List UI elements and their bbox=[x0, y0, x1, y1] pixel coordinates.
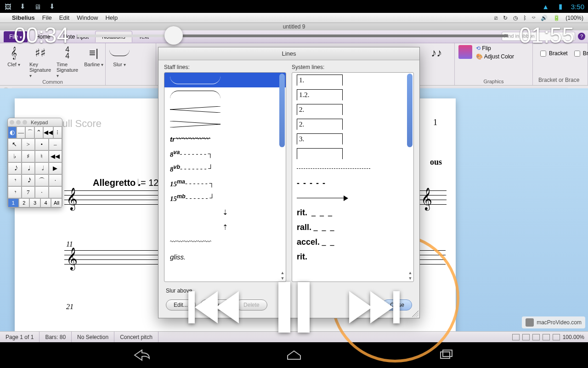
view-mode-icon[interactable] bbox=[512, 334, 520, 340]
kp-btn[interactable]: 7 bbox=[22, 186, 35, 198]
menu-file[interactable]: File bbox=[42, 14, 52, 21]
volume-icon[interactable]: 🔊 bbox=[541, 15, 548, 21]
tab-notations[interactable]: Notations bbox=[95, 31, 132, 42]
graphic-button[interactable] bbox=[458, 45, 472, 60]
kp-btn[interactable]: – bbox=[49, 138, 62, 150]
kp-layout-5[interactable]: ◀◀ bbox=[43, 126, 53, 138]
flip-button[interactable]: ⟲ Flip bbox=[476, 45, 514, 52]
scrollbar-thumb[interactable] bbox=[407, 74, 413, 147]
edit-button[interactable]: Edit... bbox=[166, 299, 196, 310]
battery-icon: ▮ bbox=[556, 2, 565, 11]
android-navbar bbox=[0, 342, 588, 368]
kp-btn[interactable]: > bbox=[22, 138, 35, 150]
scrollbar-thumb[interactable] bbox=[279, 74, 285, 147]
kp-layout-6[interactable]: ⁝ bbox=[53, 126, 62, 138]
scroll-down-icon[interactable]: ▼ bbox=[407, 276, 413, 282]
ribbon-help-icon[interactable]: ? bbox=[578, 33, 585, 40]
view-mode-icon[interactable] bbox=[553, 334, 560, 340]
staff-lines-label: Staff lines: bbox=[164, 64, 286, 70]
view-mode-icon[interactable] bbox=[532, 334, 540, 340]
kp-btn[interactable]: ♮ bbox=[35, 150, 49, 162]
staff-lines-listbox[interactable]: tr〰〰〰〰〰 8va - - - - - - - ┐ 8vb - - - - … bbox=[164, 72, 286, 282]
view-mode-icon[interactable] bbox=[543, 334, 550, 340]
kp-layout-3[interactable]: ⌒ bbox=[25, 126, 34, 138]
group-label-common: Common bbox=[4, 78, 102, 85]
kp-voice-all[interactable]: All bbox=[51, 198, 62, 207]
status-pitch: Concert pitch bbox=[114, 332, 158, 342]
kp-btn[interactable]: · bbox=[49, 174, 62, 186]
svg-line-0 bbox=[170, 106, 220, 109]
bar-number-21: 21 bbox=[66, 303, 74, 311]
tab-note-input[interactable]: Note Input bbox=[57, 31, 95, 42]
kp-voice-3[interactable]: 3 bbox=[29, 198, 40, 207]
kp-layout-1[interactable]: ◐ bbox=[8, 126, 17, 138]
bracket-checkbox[interactable]: Bracket bbox=[538, 49, 570, 58]
kp-btn[interactable]: 𝅘𝅥𝅯 bbox=[22, 174, 35, 186]
home-icon[interactable] bbox=[284, 348, 304, 362]
kp-btn[interactable]: ♯ bbox=[22, 150, 35, 162]
file-tab[interactable]: File ▾ bbox=[4, 31, 28, 42]
bluetooth-icon[interactable]: ᛒ bbox=[523, 15, 526, 21]
stemlets-button[interactable]: ♪♪ bbox=[426, 45, 447, 62]
menu-app-name[interactable]: Sibelius bbox=[12, 14, 35, 21]
time-sig-button[interactable]: 44Time Signature bbox=[57, 45, 78, 78]
new-button[interactable]: New... bbox=[200, 299, 231, 310]
kp-btn[interactable]: ↖ bbox=[8, 138, 22, 150]
clef-button[interactable]: 𝄞Clef bbox=[4, 45, 24, 67]
kp-btn[interactable]: ▶ bbox=[49, 162, 62, 174]
list-item: gliss. bbox=[164, 249, 286, 264]
zoom-level[interactable]: 100.00% bbox=[563, 334, 584, 340]
screen-share-icon[interactable]: ⎚ bbox=[494, 15, 498, 21]
tab-home[interactable]: Home bbox=[29, 31, 57, 42]
kp-btn[interactable]: ⏜ bbox=[35, 174, 49, 186]
kp-layout-4[interactable]: ⌃ bbox=[34, 126, 43, 138]
kp-btn[interactable]: 𝅘𝅥 bbox=[22, 162, 35, 174]
keypad-panel[interactable]: Keypad ◐ — ⌒ ⌃ ◀◀ ⁝ ↖>•– ♭♯♮◀◀ 𝅘𝅥𝅮𝅘𝅥𝅗𝅥▶ … bbox=[7, 118, 62, 208]
kp-btn[interactable]: 𝄾 bbox=[8, 186, 22, 198]
slur-button[interactable]: Slur bbox=[109, 45, 130, 67]
scroll-up-icon[interactable]: ▲ bbox=[279, 270, 286, 276]
list-item: 2. bbox=[292, 117, 413, 132]
list-item: rall. _ _ _ bbox=[292, 220, 413, 235]
system-lines-listbox[interactable]: 1. 1.2. 2. 2. 3. ----- rit. _ _ _ rall. … bbox=[292, 72, 414, 282]
kp-voice-1[interactable]: 1 bbox=[8, 198, 19, 207]
menu-window[interactable]: Window bbox=[77, 14, 98, 21]
wifi-menubar-icon[interactable]: ⌔ bbox=[532, 15, 535, 21]
recents-icon[interactable] bbox=[436, 348, 456, 362]
battery-menubar-icon[interactable]: 🔋 bbox=[553, 15, 560, 21]
delete-button[interactable]: Delete bbox=[236, 299, 267, 310]
kp-btn[interactable]: 𝄾 bbox=[8, 174, 22, 186]
back-icon[interactable] bbox=[132, 348, 152, 362]
menu-edit[interactable]: Edit bbox=[59, 14, 69, 21]
sync-icon[interactable]: ↻ bbox=[503, 15, 508, 21]
scroll-down-icon[interactable]: ▼ bbox=[279, 276, 286, 282]
ribbon-tabbar: File ▾ Home Note Input Notations Text Fi… bbox=[0, 30, 588, 43]
kp-btn[interactable]: • bbox=[35, 138, 49, 150]
time-machine-icon[interactable]: ◷ bbox=[513, 15, 518, 21]
ribbon-search-input[interactable]: Find in ribbon bbox=[502, 32, 575, 41]
kp-btn[interactable]: 𝅘𝅥𝅮 bbox=[8, 162, 22, 174]
wifi-icon: ▲ bbox=[542, 2, 550, 11]
kp-btn[interactable]: ◀◀ bbox=[49, 150, 62, 162]
kp-btn[interactable] bbox=[49, 186, 62, 198]
adjust-color-button[interactable]: 🎨 Adjust Color bbox=[476, 53, 514, 60]
kp-btn[interactable]: 𝅗𝅥 bbox=[35, 162, 49, 174]
resize-grip-icon[interactable] bbox=[412, 310, 418, 317]
barline-button[interactable]: ≡|Barline bbox=[84, 45, 104, 67]
kp-btn[interactable]: · bbox=[35, 186, 49, 198]
kp-layout-2[interactable]: — bbox=[17, 126, 25, 138]
key-sig-button[interactable]: ♯♯Key Signature bbox=[29, 45, 51, 78]
tab-text[interactable]: Text bbox=[132, 31, 155, 42]
list-item: 〰〰〰〰〰〰 bbox=[164, 235, 286, 249]
score-title: Full Score bbox=[56, 118, 102, 130]
list-item: 2. bbox=[292, 102, 413, 117]
list-item: 15ma - - - - - - ┐ bbox=[164, 176, 286, 190]
scroll-up-icon[interactable]: ▲ bbox=[407, 270, 413, 276]
kp-voice-4[interactable]: 4 bbox=[40, 198, 51, 207]
kp-voice-2[interactable]: 2 bbox=[19, 198, 30, 207]
brace-checkbox[interactable]: Brace bbox=[572, 49, 588, 58]
download-icon-2: ⬇ bbox=[48, 2, 56, 11]
menu-help[interactable]: Help bbox=[105, 14, 118, 21]
view-mode-icon[interactable] bbox=[522, 334, 530, 340]
kp-btn[interactable]: ♭ bbox=[8, 150, 22, 162]
